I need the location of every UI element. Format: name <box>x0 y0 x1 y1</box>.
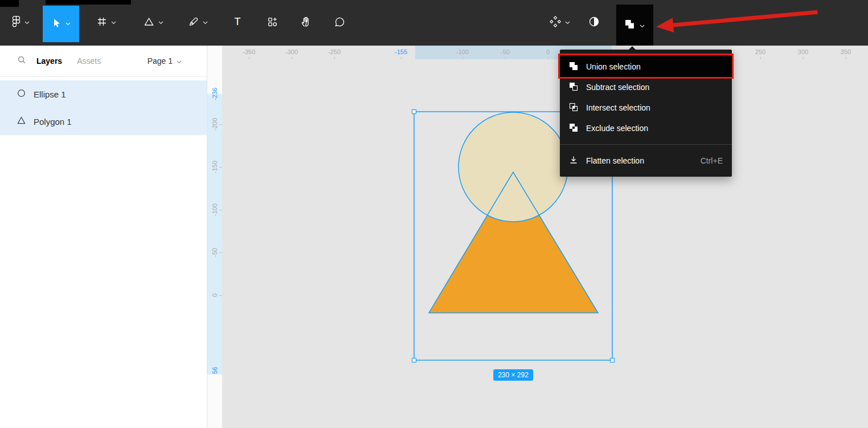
ruler-label: -50 <box>501 48 510 55</box>
menu-notch <box>628 46 636 50</box>
ruler-label: 0 <box>211 294 218 297</box>
search-icon[interactable] <box>17 55 26 67</box>
canvas[interactable]: 230 × 292 -236 -200 -150 -100 -50 0 56 -… <box>207 46 868 428</box>
menu-item-intersect-selection[interactable]: Intersect selection <box>560 97 732 118</box>
figma-logo-icon <box>12 15 21 30</box>
layer-row-polygon[interactable]: Polygon 1 <box>0 108 207 135</box>
chevron-down-icon <box>111 21 116 25</box>
menu-item-flatten-selection[interactable]: Flatten selection Ctrl+E <box>560 150 732 171</box>
boolean-operations-button[interactable] <box>616 5 653 46</box>
chevron-down-icon <box>640 20 645 30</box>
main-menu-button[interactable] <box>5 0 37 46</box>
menu-item-label: Intersect selection <box>586 103 650 112</box>
frame-tool-button[interactable] <box>89 0 124 46</box>
svg-text:T: T <box>235 16 241 27</box>
menu-item-label: Exclude selection <box>586 124 648 133</box>
menu-item-union-selection[interactable]: Union selection <box>560 56 732 77</box>
hand-tool-button[interactable] <box>293 0 319 46</box>
ruler-tick <box>219 295 222 296</box>
vertical-ruler-selection-highlight <box>207 94 222 374</box>
menu-item-subtract-selection[interactable]: Subtract selection <box>560 77 732 97</box>
pen-tool-button[interactable] <box>181 0 215 46</box>
vertical-ruler[interactable]: -236 -200 -150 -100 -50 0 56 <box>207 46 222 428</box>
menu-item-label: Flatten selection <box>586 156 644 165</box>
boolean-exclude-icon <box>569 123 578 134</box>
comment-icon <box>334 17 345 30</box>
shape-tool-button[interactable] <box>136 0 171 46</box>
menu-item-shortcut: Ctrl+E <box>701 156 723 165</box>
pen-icon <box>189 17 199 29</box>
ruler-tick <box>219 252 222 253</box>
flatten-icon <box>569 156 578 166</box>
resources-icon <box>267 17 278 30</box>
move-tool-button[interactable] <box>43 6 79 42</box>
ellipse-shape[interactable] <box>458 112 568 222</box>
menu-item-label: Union selection <box>586 62 641 71</box>
shape-triangle-icon <box>144 17 154 29</box>
layers-panel: Layers Assets Page 1 Ellipse 1 Polygon 1 <box>0 46 207 428</box>
menu-item-exclude-selection[interactable]: Exclude selection <box>560 118 732 138</box>
page-selector[interactable]: Page 1 <box>148 56 182 66</box>
comment-tool-button[interactable] <box>327 0 353 46</box>
ruler-label: -150 <box>211 161 218 173</box>
boolean-intersect-icon <box>569 103 578 113</box>
boolean-subtract-icon <box>569 82 578 93</box>
ruler-label: 350 <box>841 48 851 55</box>
polygon-icon <box>17 116 26 127</box>
boolean-union-icon <box>569 62 578 72</box>
ruler-label: -155 <box>395 48 407 55</box>
boolean-operations-menu: Union selection Subtract selection Inter… <box>560 50 732 177</box>
chevron-down-icon <box>65 22 71 26</box>
ruler-tick <box>219 124 222 125</box>
ruler-label: -250 <box>328 48 341 55</box>
chevron-down-icon <box>203 21 208 25</box>
figma-app: T <box>0 0 868 428</box>
ellipse-icon <box>17 89 26 99</box>
horizontal-ruler[interactable]: -350 -300 -250 -155 -100 -50 0 250 300 3… <box>222 46 868 59</box>
chevron-down-icon <box>24 21 30 25</box>
resources-tool-button[interactable] <box>260 0 285 46</box>
ruler-label: 250 <box>755 48 765 55</box>
ruler-label: -50 <box>211 248 218 257</box>
ruler-label: -200 <box>211 118 218 131</box>
menu-separator <box>560 144 732 145</box>
toolbar-right-group <box>542 0 653 46</box>
selection-handle-bottom-right[interactable] <box>611 358 615 362</box>
tab-bar-fragment <box>46 0 131 5</box>
toolbar: T <box>0 0 868 46</box>
layer-label: Polygon 1 <box>34 117 72 127</box>
selection-handle-bottom-left[interactable] <box>412 358 416 362</box>
layer-label: Ellipse 1 <box>34 89 66 99</box>
panel-header: Layers Assets Page 1 <box>0 46 207 77</box>
frame-icon <box>97 17 107 29</box>
ruler-label: 0 <box>546 48 550 55</box>
text-tool-button[interactable]: T <box>224 0 251 46</box>
tab-layers[interactable]: Layers <box>36 56 62 66</box>
ruler-label: 56 <box>211 367 218 374</box>
layer-row-ellipse[interactable]: Ellipse 1 <box>0 80 207 108</box>
menu-item-label: Subtract selection <box>586 83 649 92</box>
component-icon <box>550 16 561 30</box>
chevron-down-icon <box>158 21 163 25</box>
chevron-down-icon <box>177 56 182 66</box>
ruler-label: -100 <box>456 48 469 55</box>
ruler-label: -350 <box>243 48 255 55</box>
page-selector-label: Page 1 <box>148 56 173 66</box>
canvas-shapes <box>207 46 868 428</box>
tab-bar-fragment <box>0 0 19 7</box>
chevron-down-icon <box>565 21 570 25</box>
selection-handle-top-left[interactable] <box>412 110 416 114</box>
boolean-union-icon <box>625 19 634 31</box>
text-icon: T <box>232 16 243 30</box>
ruler-label: -300 <box>285 48 298 55</box>
ruler-tick <box>219 210 222 210</box>
tab-assets[interactable]: Assets <box>77 56 101 66</box>
ruler-label: -236 <box>211 88 218 100</box>
hand-icon <box>301 16 312 30</box>
ruler-tick <box>219 167 222 168</box>
create-component-button[interactable] <box>542 0 578 46</box>
mask-button[interactable] <box>581 0 607 46</box>
selection-size-badge: 230 × 292 <box>493 369 533 381</box>
ruler-label: 300 <box>798 48 808 55</box>
mask-icon <box>588 16 600 30</box>
